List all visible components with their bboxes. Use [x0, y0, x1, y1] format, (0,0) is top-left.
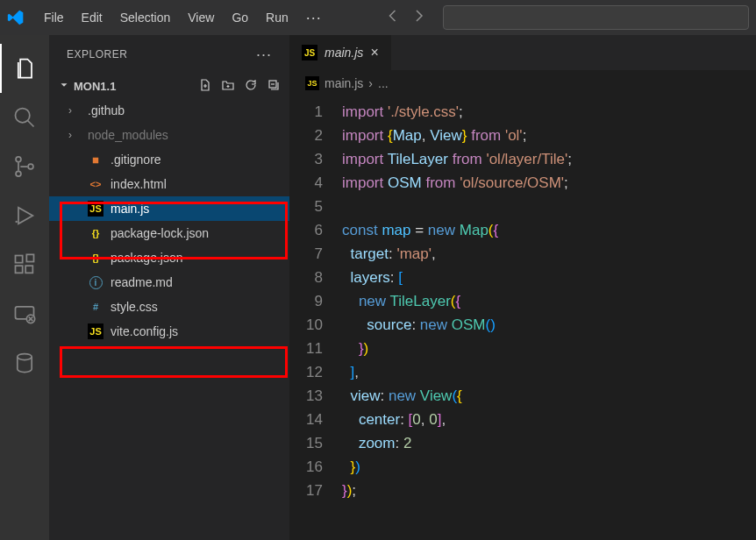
info-icon: i: [88, 274, 103, 290]
vscode-logo-icon: [7, 9, 25, 26]
tree-file-package-json[interactable]: {}package.json: [49, 245, 289, 270]
tree-file-gitignore[interactable]: ◆.gitignore: [49, 147, 289, 172]
tab-label: main.js: [325, 46, 363, 60]
menu-file[interactable]: File: [35, 0, 73, 35]
menu-edit[interactable]: Edit: [73, 0, 111, 35]
activity-run-debug-icon[interactable]: [0, 191, 49, 240]
line-gutter: 1234567891011121314151617: [289, 100, 342, 502]
tree-item-label: index.html: [111, 177, 167, 191]
tree-item-label: package-lock.json: [111, 226, 209, 240]
svg-rect-8: [26, 254, 33, 261]
file-tree: ›.github ›node_modules ◆.gitignore <>ind…: [49, 98, 289, 344]
tree-item-label: .gitignore: [111, 153, 161, 167]
menu-more-icon[interactable]: ···: [297, 0, 331, 35]
svg-rect-5: [16, 256, 23, 263]
nav-controls: [383, 8, 427, 27]
nav-forward-icon[interactable]: [411, 8, 427, 27]
json-icon: {}: [88, 225, 103, 241]
folder-section-header[interactable]: MON1.1: [49, 74, 289, 98]
menu-run[interactable]: Run: [257, 0, 297, 35]
menu-view[interactable]: View: [179, 0, 223, 35]
tree-folder-nodemodules[interactable]: ›node_modules: [49, 123, 289, 147]
close-icon[interactable]: ×: [370, 45, 378, 60]
code-editor[interactable]: 1234567891011121314151617 import './styl…: [289, 96, 756, 502]
tree-item-label: style.css: [111, 300, 158, 314]
menu-selection[interactable]: Selection: [111, 0, 180, 35]
activity-bar: [0, 35, 49, 540]
section-actions: [198, 78, 281, 95]
collapse-all-icon[interactable]: [267, 78, 281, 95]
new-folder-icon[interactable]: [221, 78, 235, 95]
activity-source-control-icon[interactable]: [0, 142, 49, 191]
breadcrumb-sep: ›: [368, 76, 373, 90]
tree-folder-github[interactable]: ›.github: [49, 98, 289, 123]
activity-search-icon[interactable]: [0, 93, 49, 142]
tree-file-vite-config[interactable]: JSvite.config.js: [49, 319, 289, 344]
js-icon: JS: [302, 45, 317, 60]
svg-point-3: [28, 164, 33, 169]
gitignore-icon: ◆: [88, 152, 103, 167]
activity-explorer-icon[interactable]: [0, 44, 49, 93]
tree-item-label: .github: [88, 103, 125, 117]
tree-file-readme[interactable]: ireadme.md: [49, 270, 289, 295]
js-icon: JS: [88, 201, 103, 217]
css-icon: #: [88, 299, 103, 315]
title-bar: File Edit Selection View Go Run ···: [0, 0, 756, 35]
tree-file-index-html[interactable]: <>index.html: [49, 172, 289, 196]
svg-point-4: [16, 221, 18, 223]
activity-extensions-icon[interactable]: [0, 240, 49, 289]
command-center-search[interactable]: [443, 5, 749, 30]
breadcrumb-file: main.js: [325, 76, 363, 90]
svg-point-2: [16, 171, 21, 176]
chevron-right-icon: ›: [68, 104, 81, 117]
code-lines: import './style.css'; import {Map, View}…: [342, 100, 756, 502]
tree-item-label: main.js: [111, 202, 149, 216]
tree-file-style-css[interactable]: #style.css: [49, 295, 289, 319]
tab-main-js[interactable]: JS main.js ×: [289, 35, 391, 70]
explorer-more-icon[interactable]: ···: [256, 46, 272, 64]
editor-area: JS main.js × JS main.js › ... 1234567891…: [289, 35, 756, 540]
menu-go[interactable]: Go: [223, 0, 257, 35]
json-icon: {}: [88, 250, 103, 266]
svg-rect-7: [25, 266, 32, 273]
activity-database-icon[interactable]: [0, 338, 49, 387]
svg-rect-6: [16, 266, 23, 273]
tree-file-package-lock[interactable]: {}package-lock.json: [49, 221, 289, 245]
activity-remote-icon[interactable]: [0, 289, 49, 338]
svg-point-1: [16, 157, 21, 162]
nav-back-icon[interactable]: [383, 8, 399, 27]
svg-point-0: [16, 109, 30, 123]
js-icon: JS: [88, 323, 103, 339]
tree-file-main-js[interactable]: JSmain.js: [49, 196, 289, 221]
chevron-down-icon: [58, 79, 70, 94]
new-file-icon[interactable]: [198, 78, 212, 95]
svg-point-11: [18, 354, 32, 360]
html-icon: <>: [88, 176, 103, 192]
js-icon: JS: [305, 76, 319, 90]
tree-item-label: readme.md: [111, 275, 173, 289]
tree-item-label: package.json: [111, 251, 183, 265]
explorer-title: EXPLORER: [67, 48, 127, 60]
explorer-header: EXPLORER ···: [49, 35, 289, 74]
breadcrumb-more: ...: [378, 76, 389, 90]
folder-name: MON1.1: [74, 80, 116, 93]
tree-item-label: vite.config.js: [111, 324, 178, 338]
refresh-icon[interactable]: [244, 78, 258, 95]
editor-tabs: JS main.js ×: [289, 35, 756, 70]
tree-item-label: node_modules: [88, 128, 168, 142]
breadcrumb[interactable]: JS main.js › ...: [289, 70, 756, 96]
chevron-right-icon: ›: [68, 129, 81, 141]
explorer-sidebar: EXPLORER ··· MON1.1 ›.github ›node_modul…: [49, 35, 289, 540]
